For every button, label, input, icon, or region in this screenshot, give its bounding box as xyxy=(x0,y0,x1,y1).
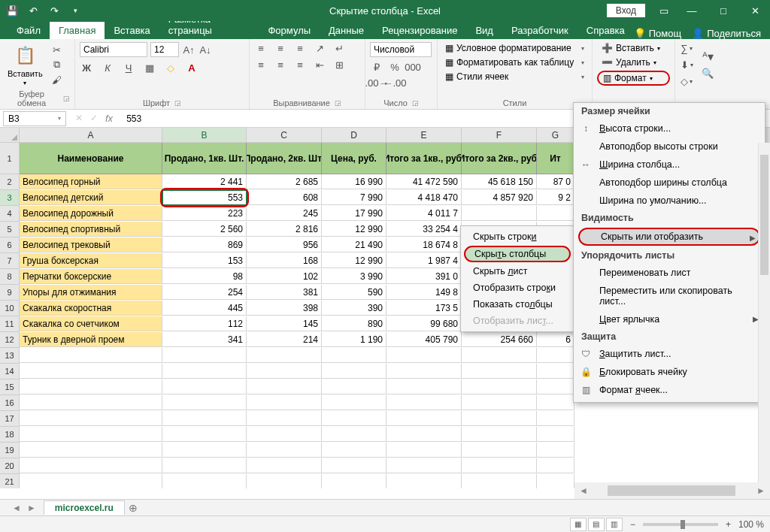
cell[interactable]: 4 857 920 xyxy=(462,190,537,205)
border-icon[interactable]: ▦ xyxy=(143,62,156,74)
page-layout-view-icon[interactable]: ▤ xyxy=(588,518,605,531)
cell[interactable] xyxy=(537,395,574,410)
normal-view-icon[interactable]: ▦ xyxy=(570,518,587,531)
cell[interactable]: 99 680 xyxy=(387,316,462,331)
cell[interactable] xyxy=(537,458,574,473)
font-name-select[interactable] xyxy=(80,42,147,57)
fp-autofit-col[interactable]: Автоподбор ширины столбца xyxy=(574,174,765,192)
name-box[interactable]: B3▾ xyxy=(3,111,66,126)
cell[interactable]: 245 xyxy=(247,206,322,221)
row-header[interactable]: 12 xyxy=(0,332,20,348)
tab-file[interactable]: Файл xyxy=(8,22,50,39)
align-center-icon[interactable]: ≡ xyxy=(274,59,287,71)
cell-styles-button[interactable]: ▦Стили ячеек▾ xyxy=(442,71,587,83)
row-header[interactable]: 17 xyxy=(0,411,20,427)
number-format-select[interactable] xyxy=(370,42,432,57)
cell[interactable]: 33 254 4 xyxy=(387,222,462,237)
cell[interactable]: 254 660 xyxy=(462,332,537,347)
conditional-formatting-button[interactable]: ▦Условное форматирование▾ xyxy=(442,42,587,54)
cell[interactable] xyxy=(322,443,387,458)
cell[interactable]: 341 xyxy=(162,332,247,347)
cell[interactable] xyxy=(462,364,537,379)
cell[interactable]: 87 0 xyxy=(537,174,574,189)
cell[interactable]: Велосипед горный xyxy=(20,174,162,189)
cell[interactable]: 112 xyxy=(162,316,247,331)
col-header-G[interactable]: G xyxy=(537,128,574,143)
fp-move[interactable]: Переместить или скопировать лист... xyxy=(574,282,765,310)
cell[interactable] xyxy=(322,364,387,379)
percent-icon[interactable]: % xyxy=(388,61,402,73)
cell[interactable]: 4 418 470 xyxy=(387,190,462,205)
bold-icon[interactable]: Ж xyxy=(80,62,93,74)
cell[interactable] xyxy=(322,458,387,473)
fx-icon[interactable]: fx xyxy=(105,113,113,124)
row-header[interactable]: 11 xyxy=(0,316,20,332)
cell[interactable] xyxy=(462,443,537,458)
cell[interactable] xyxy=(162,443,247,458)
indent-dec-icon[interactable]: ⇤ xyxy=(313,59,326,71)
cell[interactable]: 390 xyxy=(322,301,387,316)
zoom-out-icon[interactable]: − xyxy=(630,519,635,530)
row-header[interactable]: 20 xyxy=(0,458,20,474)
cell[interactable]: 18 674 8 xyxy=(387,237,462,252)
cell[interactable] xyxy=(247,458,322,473)
ctx-item[interactable]: Показать столбцы xyxy=(462,296,572,313)
cell[interactable]: 590 xyxy=(322,285,387,300)
cell[interactable] xyxy=(162,364,247,379)
login-button[interactable]: Вход xyxy=(607,4,645,17)
cell[interactable]: 254 xyxy=(162,285,247,300)
tab-help[interactable]: Справка xyxy=(578,22,634,39)
fill-color-icon[interactable]: ◇ xyxy=(164,62,177,74)
tab-view[interactable]: Вид xyxy=(466,22,502,39)
col-header-B[interactable]: B xyxy=(162,128,247,143)
cell[interactable]: 890 xyxy=(322,316,387,331)
sheet-nav-prev-icon[interactable]: ◄ xyxy=(12,503,21,513)
row-header[interactable]: 19 xyxy=(0,443,20,458)
cell[interactable] xyxy=(387,458,462,473)
col-header-C[interactable]: C xyxy=(247,128,322,143)
dialog-launcher-icon[interactable]: ◲ xyxy=(335,99,341,107)
cell[interactable]: 16 990 xyxy=(322,174,387,189)
fill-icon[interactable]: ⬇▾ xyxy=(680,59,693,71)
cell[interactable] xyxy=(387,348,462,363)
cell[interactable] xyxy=(162,411,247,426)
cell[interactable] xyxy=(247,427,322,442)
cell[interactable]: 153 xyxy=(162,253,247,268)
add-sheet-icon[interactable]: ⊕ xyxy=(125,502,141,514)
share-button[interactable]: 👤Поделиться xyxy=(692,28,761,39)
cell[interactable]: Велосипед детский xyxy=(20,190,162,205)
autosum-icon[interactable]: ∑▾ xyxy=(680,42,693,54)
cell[interactable] xyxy=(20,364,162,379)
delete-cells-button[interactable]: ➖Удалить▾ xyxy=(597,56,670,68)
cell[interactable]: 1 190 xyxy=(322,332,387,347)
cell[interactable] xyxy=(162,474,247,488)
zoom-level[interactable]: 100 % xyxy=(738,519,764,530)
fp-hide-show[interactable]: Скрыть или отобразить▶ xyxy=(578,228,760,246)
zoom-in-icon[interactable]: + xyxy=(726,519,731,530)
fp-autofit-row[interactable]: Автоподбор высоты строки xyxy=(574,138,765,156)
ribbon-options-icon[interactable]: ▭ xyxy=(653,0,675,21)
cell[interactable] xyxy=(20,474,162,488)
dec-decimal-icon[interactable]: ←.00 xyxy=(388,77,402,89)
font-color-icon[interactable]: А xyxy=(185,62,199,74)
cell[interactable]: Велосипед трековый xyxy=(20,237,162,252)
comma-icon[interactable]: 000 xyxy=(406,61,420,73)
cell[interactable] xyxy=(322,411,387,426)
font-size-select[interactable] xyxy=(150,42,179,57)
format-as-table-button[interactable]: ▦Форматировать как таблицу▾ xyxy=(442,56,587,68)
cell[interactable] xyxy=(247,364,322,379)
align-top-icon[interactable]: ≡ xyxy=(254,42,268,54)
cell[interactable]: 7 990 xyxy=(322,190,387,205)
cell[interactable] xyxy=(462,411,537,426)
page-break-view-icon[interactable]: ▥ xyxy=(606,518,623,531)
col-header-A[interactable]: A xyxy=(20,128,162,143)
fp-tab-color[interactable]: Цвет ярлычка▶ xyxy=(574,310,765,328)
row-header[interactable]: 15 xyxy=(0,379,20,395)
cell[interactable] xyxy=(462,427,537,442)
cell[interactable]: 2 816 xyxy=(247,222,322,237)
cell[interactable] xyxy=(322,379,387,394)
cell[interactable]: 2 685 xyxy=(247,174,322,189)
redo-icon[interactable]: ↷ xyxy=(48,5,60,17)
fp-col-width[interactable]: ↔Ширина столбца... xyxy=(574,156,765,174)
undo-icon[interactable]: ↶ xyxy=(27,5,39,17)
